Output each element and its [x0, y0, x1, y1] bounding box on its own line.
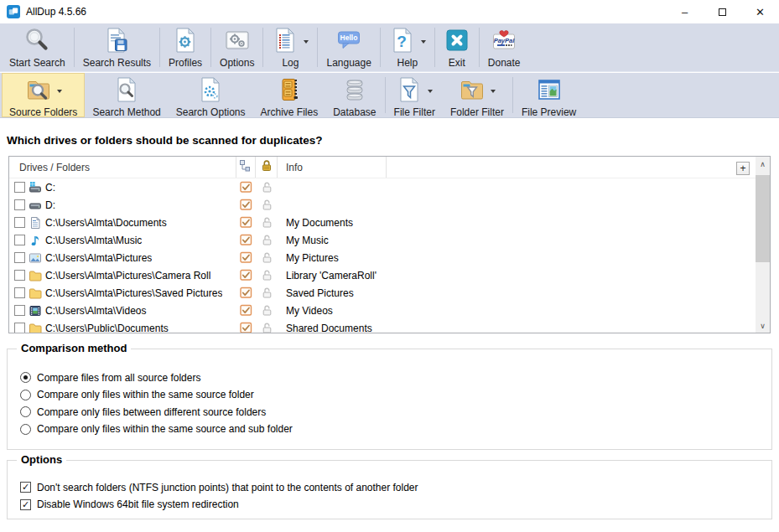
row-checkbox[interactable] — [14, 305, 25, 316]
radio-option[interactable]: Compare files from all source folders — [20, 371, 771, 384]
table-row[interactable]: C:\Users\Public\Documents Shared Documen… — [9, 319, 757, 333]
subfolders-enabled-icon[interactable] — [240, 251, 252, 264]
unlocked-icon[interactable] — [261, 199, 273, 211]
window-title: AllDup 4.5.66 — [26, 6, 86, 18]
checkbox-option[interactable]: ✓ Disable Windows 64bit file system redi… — [20, 498, 771, 511]
toolbar-button-start-search[interactable]: Start Search — [2, 23, 73, 71]
row-checkbox[interactable] — [14, 217, 25, 228]
checkbox-option[interactable]: ✓ Don't search folders (NTFS junction po… — [20, 481, 771, 493]
toolbar-button-file-filter[interactable]: File Filter — [387, 73, 443, 117]
table-row[interactable]: C:\Users\Almta\Pictures My Pictures — [9, 249, 757, 266]
radio-icon[interactable] — [20, 424, 31, 435]
dropdown-arrow-icon[interactable] — [304, 40, 309, 44]
unlocked-icon[interactable] — [261, 287, 273, 299]
help-icon: ? — [389, 27, 416, 54]
checkbox-icon[interactable]: ✓ — [20, 482, 31, 493]
dropdown-arrow-icon[interactable] — [491, 90, 496, 93]
radio-label: Compare only files within the same sourc… — [37, 389, 254, 400]
exit-icon — [444, 27, 470, 54]
unlocked-icon[interactable] — [261, 216, 273, 229]
unlocked-icon[interactable] — [261, 234, 273, 246]
column-header-lock[interactable] — [256, 157, 278, 178]
toolbar-button-label: Search Results — [83, 57, 151, 69]
subfolders-enabled-icon[interactable] — [240, 234, 252, 246]
scroll-up-icon[interactable]: ∧ — [756, 157, 770, 171]
folder-icon — [29, 269, 42, 282]
toolbar-button-folder-filter[interactable]: Folder Filter — [443, 73, 512, 117]
subfolders-enabled-icon[interactable] — [240, 269, 252, 281]
row-path: C:\Users\Almta\Pictures — [45, 252, 152, 264]
row-info: Library 'CameraRoll' — [278, 270, 377, 281]
vertical-scrollbar[interactable]: ∧ ∨ — [756, 157, 770, 333]
radio-icon[interactable] — [20, 390, 31, 400]
table-row[interactable]: C:\Users\Almta\Pictures\Saved Pictures S… — [9, 284, 757, 302]
row-checkbox[interactable] — [14, 323, 25, 333]
unlocked-icon[interactable] — [261, 181, 273, 194]
subfolders-tree-icon — [239, 159, 252, 175]
toolbar-button-source-folders[interactable]: Source Folders — [2, 73, 85, 117]
toolbar-button-donate[interactable]: PayPal Donate — [480, 23, 528, 71]
toolbar-button-search-options[interactable]: Search Options — [169, 73, 253, 117]
toolbar-button-label: Search Method — [92, 106, 160, 118]
table-row[interactable]: C:\Users\Almta\Documents My Documents — [9, 214, 757, 231]
scroll-down-icon[interactable]: ∨ — [756, 318, 770, 333]
subfolders-enabled-icon[interactable] — [240, 216, 252, 229]
table-row[interactable]: C:\Users\Almta\Pictures\Camera Roll Libr… — [9, 266, 757, 284]
table-row[interactable]: C:\Users\Almta\Videos My Videos — [9, 302, 757, 319]
row-checkbox[interactable] — [14, 252, 25, 263]
folder-search-icon — [25, 76, 52, 103]
toolbar-button-search-method[interactable]: Search Method — [85, 73, 168, 117]
toolbar-button-help[interactable]: ? Help — [382, 23, 434, 71]
radio-icon[interactable] — [20, 406, 31, 417]
scrollbar-thumb[interactable] — [756, 175, 770, 262]
subfolders-enabled-icon[interactable] — [240, 287, 252, 299]
dropdown-arrow-icon[interactable] — [428, 90, 433, 93]
add-folder-button[interactable]: + — [736, 162, 750, 175]
dropdown-arrow-icon[interactable] — [421, 40, 426, 44]
toolbar-separator — [262, 28, 263, 67]
column-header-subfolders[interactable] — [236, 157, 256, 178]
minimize-button[interactable]: – — [666, 0, 704, 23]
picture-icon — [29, 251, 42, 265]
unlocked-icon[interactable] — [261, 269, 273, 281]
radio-option[interactable]: Compare only files within the same sourc… — [20, 389, 771, 401]
column-header-drives[interactable]: Drives / Folders — [9, 157, 236, 178]
svg-text:PayPal: PayPal — [494, 37, 516, 44]
row-checkbox[interactable] — [14, 287, 25, 298]
subfolders-enabled-icon[interactable] — [240, 181, 252, 194]
maximize-button[interactable] — [704, 0, 741, 23]
row-checkbox[interactable] — [14, 270, 25, 281]
toolbar-button-database[interactable]: Database — [325, 73, 383, 117]
dropdown-arrow-icon[interactable] — [57, 90, 62, 93]
toolbar-button-archive-files[interactable]: Archive Files — [252, 73, 325, 117]
unlocked-icon[interactable] — [261, 251, 273, 264]
subfolders-enabled-icon[interactable] — [240, 322, 252, 333]
table-row[interactable]: C: — [9, 178, 757, 196]
toolbar-button-profiles[interactable]: Profiles — [161, 23, 210, 71]
radio-option[interactable]: Compare only files within the same sourc… — [20, 423, 771, 436]
radio-icon[interactable] — [20, 372, 31, 383]
table-row[interactable]: C:\Users\Almta\Music My Music — [9, 231, 757, 249]
subfolders-enabled-icon[interactable] — [240, 199, 252, 211]
toolbar-button-language[interactable]: Hello Language — [319, 23, 378, 71]
comparison-method-title: Comparison method — [17, 342, 131, 354]
toolbar-button-log[interactable]: Log — [264, 23, 316, 71]
toolbar-button-exit[interactable]: Exit — [436, 23, 478, 71]
row-checkbox[interactable] — [14, 182, 25, 193]
close-button[interactable]: ✕ — [741, 0, 779, 23]
unlocked-icon[interactable] — [261, 322, 273, 333]
column-header-info[interactable]: Info — [278, 157, 387, 178]
titlebar: AllDup 4.5.66 – ✕ — [0, 0, 779, 23]
row-checkbox[interactable] — [14, 199, 25, 210]
unlocked-icon[interactable] — [261, 304, 273, 317]
radio-option[interactable]: Compare only files between different sou… — [20, 405, 771, 418]
toolbar-button-options[interactable]: Options — [212, 23, 262, 71]
checkbox-icon[interactable]: ✓ — [20, 499, 31, 510]
subfolders-enabled-icon[interactable] — [240, 304, 252, 317]
row-checkbox[interactable] — [14, 235, 25, 245]
toolbar-button-search-results[interactable]: Search Results — [75, 23, 158, 71]
gears-icon — [224, 27, 251, 54]
magnifier-icon — [23, 27, 50, 54]
toolbar-button-file-preview[interactable]: File Preview — [514, 73, 584, 117]
table-row[interactable]: D: — [9, 196, 757, 214]
